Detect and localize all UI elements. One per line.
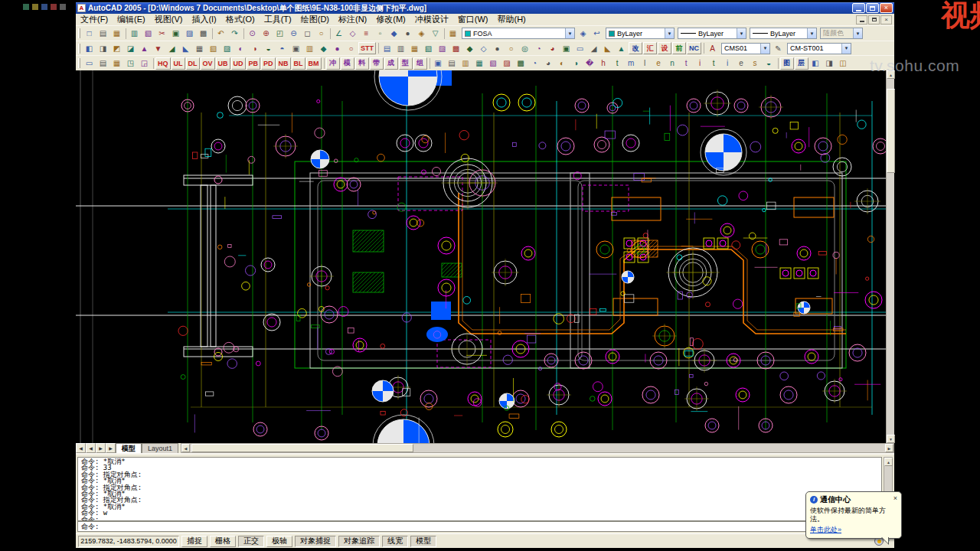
- layer-combo[interactable]: FOSA▼: [462, 28, 575, 39]
- toolbar-icon[interactable]: ◲: [138, 57, 151, 70]
- toolbar-icon[interactable]: ●: [401, 28, 414, 40]
- toolbar-icon[interactable]: ▥: [459, 57, 472, 70]
- toolbar-icon[interactable]: ▭: [83, 57, 96, 70]
- toolbar-icon[interactable]: ▫: [374, 28, 387, 40]
- toolbar-icon[interactable]: ▤: [96, 28, 109, 40]
- toolbar-icon[interactable]: ▣: [560, 42, 573, 54]
- toolbar-icon[interactable]: ▣: [432, 57, 445, 70]
- status-toggle[interactable]: 线宽: [382, 536, 408, 547]
- tab-model[interactable]: 模型: [116, 443, 142, 453]
- make-object-layer-current-icon[interactable]: ◈: [577, 28, 590, 40]
- toolbar-grip[interactable]: [78, 28, 80, 38]
- toolbar-icon[interactable]: ▼: [152, 42, 165, 54]
- maximize-button[interactable]: [866, 3, 879, 13]
- menu-item[interactable]: 插入(I): [187, 14, 220, 25]
- toolbar-icon[interactable]: ▥: [128, 28, 141, 40]
- doc-close-button[interactable]: ×: [880, 15, 892, 24]
- toolbar-button[interactable]: DL: [186, 57, 200, 70]
- toolbar-icon[interactable]: ▨: [220, 42, 234, 54]
- toolbar-icon[interactable]: ◨: [823, 57, 836, 70]
- horizontal-scrollbar[interactable]: ◀ ▶: [181, 443, 894, 453]
- toolbar-button[interactable]: BM: [306, 57, 322, 70]
- toolbar-icon[interactable]: ◫: [837, 57, 850, 70]
- toolbar-icon[interactable]: ⊖: [287, 28, 300, 40]
- toolbar-icon[interactable]: ◩: [110, 42, 123, 54]
- toolbar-icon[interactable]: ↶: [214, 28, 227, 40]
- toolbar-icon[interactable]: ◓: [276, 42, 289, 54]
- toolbar-icon[interactable]: ▤: [446, 57, 459, 70]
- toolbar-button[interactable]: 料: [355, 57, 369, 70]
- scroll-down-icon[interactable]: ▼: [887, 435, 895, 443]
- toolbar-button[interactable]: 改: [629, 42, 642, 54]
- toolbar-icon[interactable]: ▥: [394, 42, 407, 54]
- menu-item[interactable]: 视图(V): [150, 14, 188, 25]
- toolbar-icon[interactable]: ◒: [763, 57, 776, 70]
- toolbar-button[interactable]: UL: [172, 57, 185, 70]
- toolbar-icon[interactable]: ●: [491, 42, 504, 54]
- toolbar-icon[interactable]: ○: [345, 42, 358, 54]
- color-combo[interactable]: ByLayer▼: [606, 28, 675, 39]
- toolbar-icon[interactable]: s: [749, 57, 762, 70]
- toolbar-button[interactable]: UB: [216, 57, 230, 70]
- toolbar-icon[interactable]: ▲: [615, 42, 628, 54]
- tab-nav-next-icon[interactable]: ▶: [96, 443, 106, 453]
- toolbar-icon[interactable]: ✂: [155, 28, 168, 40]
- toolbar-icon[interactable]: ◔: [528, 57, 541, 70]
- toolbar-icon[interactable]: ↷: [228, 28, 241, 40]
- toolbar-icon[interactable]: ●: [331, 42, 344, 54]
- toolbar-button[interactable]: PB: [247, 57, 261, 70]
- cad-canvas[interactable]: [76, 70, 886, 443]
- toolbar-icon[interactable]: □: [83, 28, 96, 40]
- toolbar-icon[interactable]: t: [680, 57, 693, 70]
- toolbar-icon[interactable]: ∠: [332, 28, 345, 40]
- toolbar-icon[interactable]: ▦: [193, 42, 206, 54]
- tab-layout1[interactable]: Layout1: [142, 443, 178, 453]
- status-toggle[interactable]: 极轴: [266, 536, 292, 547]
- toolbar-button[interactable]: 前: [672, 42, 686, 54]
- doc-restore-button[interactable]: [868, 15, 880, 24]
- lineweight-combo[interactable]: ByLayer▼: [750, 28, 817, 39]
- layer-manager-icon[interactable]: ▦: [446, 28, 459, 40]
- toolbar-icon[interactable]: ⊕: [260, 28, 273, 40]
- toolbar-icon[interactable]: ▩: [514, 57, 528, 70]
- toolbar-button[interactable]: 型: [399, 57, 413, 70]
- plotstyle-combo[interactable]: 随颜色▼: [820, 28, 863, 39]
- toolbar-icon[interactable]: e: [735, 57, 748, 70]
- toolbar-icon[interactable]: ◧: [83, 42, 96, 54]
- scroll-left-icon[interactable]: ◀: [181, 444, 190, 452]
- balloon-link[interactable]: 单击此处»: [810, 525, 841, 535]
- toolbar-icon[interactable]: ▧: [207, 42, 220, 54]
- text-style-combo[interactable]: CMS01▼: [721, 43, 770, 54]
- linetype-combo[interactable]: ByLayer▼: [678, 28, 746, 39]
- toolbar-icon[interactable]: e: [652, 57, 665, 70]
- menu-item[interactable]: 修改(M): [371, 14, 410, 25]
- toolbar-icon[interactable]: ▤: [96, 57, 109, 70]
- toolbar-icon[interactable]: ◆: [387, 28, 400, 40]
- toolbar-icon[interactable]: ◑: [248, 42, 261, 54]
- toolbar-icon[interactable]: ◢: [587, 42, 600, 54]
- toolbar-icon[interactable]: ◢: [165, 42, 178, 54]
- toolbar-icon[interactable]: ▧: [487, 57, 500, 70]
- toolbar-icon[interactable]: ◆: [317, 42, 330, 54]
- toolbar-icon[interactable]: ▲: [138, 42, 151, 54]
- toolbar-button[interactable]: HQ: [155, 57, 171, 70]
- toolbar-icon[interactable]: ▩: [197, 28, 210, 40]
- status-toggle[interactable]: 对象追踪: [338, 536, 380, 547]
- toolbar-button[interactable]: 带: [370, 57, 384, 70]
- toolbar-icon[interactable]: ◐: [556, 57, 569, 70]
- toolbar-button[interactable]: OV: [201, 57, 215, 70]
- toolbar-icon[interactable]: ▨: [501, 57, 514, 70]
- toolbar-icon[interactable]: ◇: [346, 28, 359, 40]
- dim-style-icon[interactable]: ✎: [772, 42, 785, 54]
- toolbar-icon[interactable]: ◧: [809, 57, 822, 70]
- toolbar-icon[interactable]: l: [639, 57, 652, 70]
- tab-nav-last-icon[interactable]: ▶: [106, 443, 116, 453]
- toolbar-button[interactable]: NC: [687, 42, 701, 54]
- menu-item[interactable]: 标注(N): [334, 14, 371, 25]
- toolbar-icon[interactable]: ◳: [124, 57, 137, 70]
- scroll-right-icon[interactable]: ▶: [885, 444, 893, 452]
- minimize-button[interactable]: [852, 3, 865, 13]
- toolbar-icon[interactable]: ◇: [477, 42, 490, 54]
- toolbar-icon[interactable]: ≡: [360, 28, 373, 40]
- toolbar-button[interactable]: STT: [358, 42, 376, 54]
